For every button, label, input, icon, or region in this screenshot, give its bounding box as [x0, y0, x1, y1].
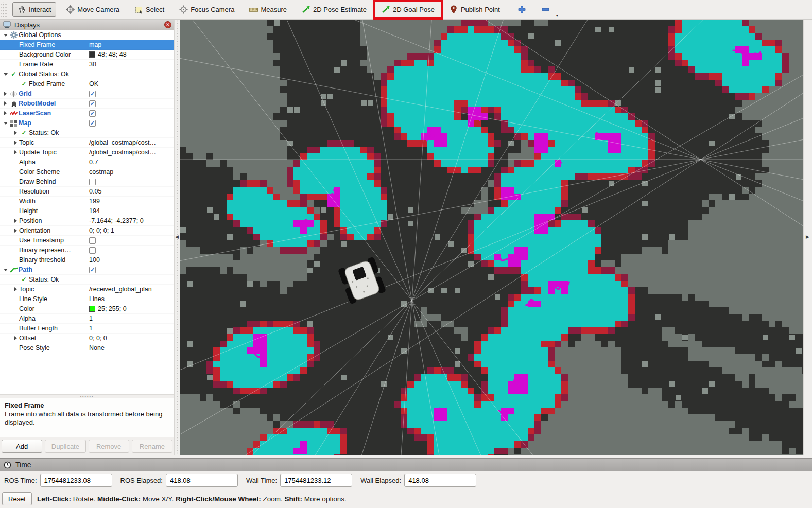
expand-closed-icon[interactable] — [12, 336, 19, 340]
tree-row-background-color[interactable]: Background Color48; 48; 48 — [0, 50, 174, 60]
tree-row-alpha[interactable]: Alpha0.7 — [0, 157, 174, 167]
add-button[interactable]: Add — [2, 440, 42, 453]
tree-row-color-scheme[interactable]: Color Schemecostmap — [0, 167, 174, 177]
tree-row-pose-style[interactable]: Pose StyleNone — [0, 343, 174, 353]
tree-row-status-ok[interactable]: ✓Status: Ok — [0, 128, 174, 138]
property-value[interactable]: 0; 0; 0 — [89, 335, 107, 342]
property-value[interactable]: 199 — [89, 198, 100, 205]
checkbox-checked[interactable]: ✓ — [89, 120, 96, 127]
tree-row-offset[interactable]: Offset0; 0; 0 — [0, 334, 174, 343]
tree-row-robotmodel[interactable]: RobotModel✓ — [0, 99, 174, 109]
tree-row-height[interactable]: Height194 — [0, 206, 174, 216]
tree-row-fixed-frame[interactable]: ✓Fixed FrameOK — [0, 79, 174, 89]
tree-row-color[interactable]: Color25; 255; 0 — [0, 304, 174, 314]
checkbox-checked[interactable]: ✓ — [89, 91, 96, 97]
property-value[interactable]: /received_global_plan — [89, 286, 152, 293]
checkbox-unchecked[interactable] — [89, 237, 96, 244]
tree-row-update-topic[interactable]: Update Topic/global_costmap/cost… — [0, 148, 174, 157]
checkbox-checked[interactable]: ✓ — [89, 267, 96, 273]
expand-closed-icon[interactable] — [12, 219, 19, 223]
tree-row-orientation[interactable]: Orientation0; 0; 0; 1 — [0, 226, 174, 236]
property-value[interactable]: 25; 255; 0 — [98, 305, 127, 312]
tool-add-tool[interactable] — [512, 2, 531, 17]
tree-row-status-ok[interactable]: ✓Status: Ok — [0, 275, 174, 285]
expand-closed-icon[interactable] — [2, 92, 9, 96]
tree-row-topic[interactable]: Topic/global_costmap/cost… — [0, 138, 174, 148]
tree-row-line-style[interactable]: Line StyleLines — [0, 294, 174, 304]
tree-row-alpha[interactable]: Alpha1 — [0, 314, 174, 324]
wall-elapsed-input[interactable] — [404, 474, 476, 487]
render-view[interactable] — [180, 20, 803, 455]
tree-row-use-timestamp[interactable]: Use Timestamp — [0, 236, 174, 246]
property-value[interactable]: 194 — [89, 207, 100, 215]
property-value[interactable]: 1 — [89, 325, 93, 332]
ros-time-input[interactable] — [40, 474, 112, 487]
tree-row-fixed-frame[interactable]: Fixed Framemap — [0, 40, 174, 50]
expand-closed-icon[interactable] — [12, 150, 19, 154]
collapse-right-icon[interactable]: ▶ — [806, 235, 809, 239]
expand-closed-icon[interactable] — [12, 287, 19, 291]
panel-splitter-handle[interactable]: •••••• — [0, 394, 174, 398]
property-value[interactable]: 0.05 — [89, 188, 101, 195]
property-value[interactable]: costmap — [89, 168, 113, 176]
tree-row-grid[interactable]: Grid✓ — [0, 89, 174, 99]
close-icon[interactable]: ✕ — [164, 21, 171, 28]
tree-row-laserscan[interactable]: LaserScan✓ — [0, 109, 174, 118]
property-value[interactable]: 0.7 — [89, 159, 98, 166]
expand-closed-icon[interactable] — [2, 111, 9, 115]
tree-row-global-options[interactable]: Global Options — [0, 30, 174, 40]
tree-row-buffer-length[interactable]: Buffer Length1 — [0, 324, 174, 334]
right-splitter[interactable]: ▶ — [803, 20, 812, 455]
tree-row-draw-behind[interactable]: Draw Behind — [0, 177, 174, 187]
checkbox-unchecked[interactable] — [89, 247, 96, 254]
checkbox-unchecked[interactable] — [89, 179, 96, 185]
tree-row-width[interactable]: Width199 — [0, 197, 174, 206]
reset-button[interactable]: Reset — [2, 492, 32, 505]
ros-elapsed-input[interactable] — [166, 474, 238, 487]
collapse-left-icon[interactable]: ◀ — [175, 235, 179, 239]
toolbar-drag-handle[interactable] — [1, 2, 8, 17]
expand-open-icon[interactable] — [2, 269, 9, 271]
property-value[interactable]: 48; 48; 48 — [98, 51, 127, 58]
tree-row-map[interactable]: Map✓ — [0, 118, 174, 128]
tool-measure[interactable]: Measure — [244, 2, 292, 17]
dropdown-caret-icon[interactable]: ▾ — [556, 13, 558, 18]
expand-open-icon[interactable] — [2, 122, 9, 125]
tool-pose-estimate[interactable]: 2D Pose Estimate — [297, 2, 372, 17]
property-value[interactable]: 0; 0; 0; 1 — [89, 227, 114, 234]
tool-focus-camera[interactable]: Focus Camera — [174, 2, 239, 17]
map-canvas[interactable] — [180, 20, 803, 455]
tree-row-path[interactable]: Path✓ — [0, 265, 174, 275]
expand-open-icon[interactable] — [2, 34, 9, 37]
tool-select[interactable]: Select — [129, 2, 169, 17]
checkbox-checked[interactable]: ✓ — [89, 110, 96, 117]
expand-closed-icon[interactable] — [12, 131, 19, 135]
tree-row-position[interactable]: Position-7.1644; -4.2377; 0 — [0, 216, 174, 226]
checkbox-checked[interactable]: ✓ — [89, 100, 96, 107]
property-value[interactable]: 100 — [89, 256, 100, 264]
expand-open-icon[interactable] — [2, 73, 9, 76]
tree-row-binary-threshold[interactable]: Binary threshold100 — [0, 255, 174, 265]
tree-row-frame-rate[interactable]: Frame Rate30 — [0, 60, 174, 69]
wall-time-input[interactable] — [280, 474, 352, 487]
expand-closed-icon[interactable] — [2, 101, 9, 106]
property-value[interactable]: None — [89, 344, 105, 352]
tool-remove-tool[interactable]: ▾ — [536, 2, 555, 17]
property-value[interactable]: 1 — [89, 315, 93, 322]
property-value[interactable]: 30 — [89, 61, 96, 68]
property-value[interactable]: map — [89, 41, 101, 48]
tool-move-camera[interactable]: Move Camera — [61, 2, 125, 17]
property-value[interactable]: /global_costmap/cost… — [89, 139, 156, 146]
tree-row-binary-represen-[interactable]: Binary represen… — [0, 246, 174, 255]
tool-publish-point[interactable]: Publish Point — [444, 2, 505, 17]
tool-goal-pose[interactable]: 2D Goal Pose — [376, 2, 440, 17]
property-value[interactable]: OK — [89, 80, 98, 87]
tree-row-global-status-ok[interactable]: ✓Global Status: Ok — [0, 69, 174, 79]
tree-row-resolution[interactable]: Resolution0.05 — [0, 187, 174, 197]
expand-closed-icon[interactable] — [12, 141, 19, 145]
property-value[interactable]: -7.1644; -4.2377; 0 — [89, 217, 144, 224]
tool-interact[interactable]: Interact — [12, 2, 56, 17]
property-value[interactable]: /global_costmap/cost… — [89, 149, 156, 156]
property-value[interactable]: Lines — [89, 295, 105, 303]
expand-closed-icon[interactable] — [12, 229, 19, 233]
